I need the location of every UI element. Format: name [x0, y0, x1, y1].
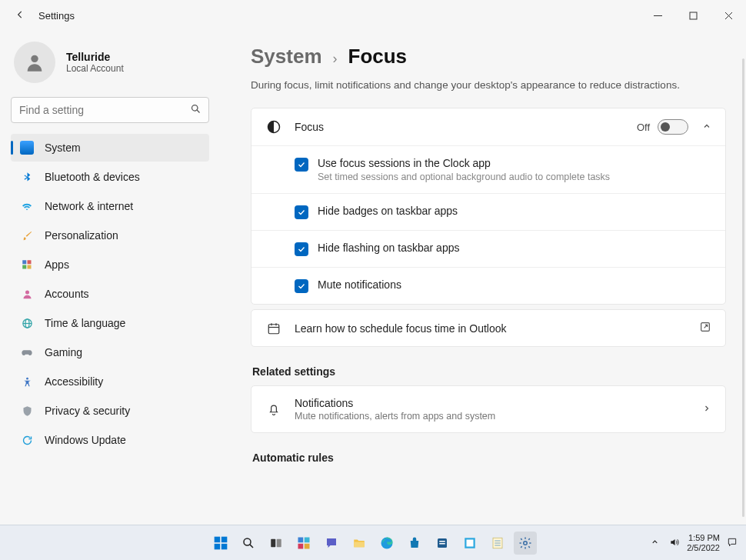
sidebar-item-accessibility[interactable]: Accessibility [11, 368, 209, 395]
update-icon [20, 433, 34, 447]
svg-point-4 [31, 55, 38, 62]
svg-rect-29 [277, 538, 281, 547]
sidebar-item-privacy[interactable]: Privacy & security [11, 397, 209, 425]
close-button[interactable] [711, 0, 746, 31]
taskbar-search[interactable] [237, 532, 260, 555]
apps-icon [20, 258, 34, 272]
sidebar-item-network[interactable]: Network & internet [11, 192, 209, 220]
store-icon[interactable] [403, 532, 426, 555]
svg-rect-30 [298, 537, 304, 542]
svg-rect-22 [215, 536, 221, 542]
outlook-link-card[interactable]: Learn how to schedule focus time in Outl… [251, 309, 726, 347]
search-input[interactable] [11, 97, 209, 123]
app-icon-1[interactable] [431, 532, 454, 555]
checkbox-icon[interactable] [295, 158, 308, 172]
chevron-up-icon[interactable] [702, 122, 711, 133]
svg-rect-34 [354, 542, 365, 547]
shield-icon [20, 404, 34, 418]
focus-option-flashing[interactable]: Hide flashing on taskbar apps [251, 231, 725, 267]
svg-rect-28 [271, 538, 275, 547]
svg-rect-23 [221, 536, 228, 542]
person-icon [20, 287, 34, 301]
sidebar-item-update[interactable]: Windows Update [11, 426, 209, 454]
globe-icon [20, 316, 34, 330]
automatic-rules-title: Automatic rules [252, 452, 726, 464]
svg-rect-40 [467, 539, 474, 546]
checkbox-icon[interactable] [295, 279, 308, 293]
notifications-tray-icon[interactable] [724, 537, 740, 549]
focus-option-clock[interactable]: Use focus sessions in the Clock app Set … [251, 146, 725, 193]
bluetooth-icon [20, 170, 34, 184]
sidebar-item-label: Personalization [45, 229, 118, 242]
sidebar-item-label: Gaming [45, 346, 82, 358]
breadcrumb-parent[interactable]: System [251, 45, 322, 68]
widgets-icon[interactable] [292, 532, 315, 555]
volume-icon[interactable] [667, 537, 682, 549]
sidebar-item-time-language[interactable]: Time & language [11, 309, 209, 337]
notifications-card[interactable]: Notifications Mute notifications, alerts… [251, 385, 726, 433]
chevron-right-icon [702, 403, 711, 415]
clock[interactable]: 1:59 PM 2/5/2022 [687, 533, 720, 552]
tray-chevron-icon[interactable] [647, 538, 662, 548]
app-title: Settings [38, 10, 75, 22]
titlebar: Settings [0, 0, 746, 31]
sidebar-item-apps[interactable]: Apps [11, 251, 209, 278]
minimize-button[interactable] [640, 0, 675, 31]
app-icon-2[interactable] [458, 532, 481, 555]
chat-icon[interactable] [320, 532, 343, 555]
sidebar-item-label: Network & internet [45, 200, 133, 212]
sidebar-item-bluetooth[interactable]: Bluetooth & devices [11, 163, 209, 191]
sidebar-item-label: Accounts [45, 288, 89, 300]
option-label: Mute notifications [318, 278, 401, 291]
focus-toggle[interactable] [658, 119, 688, 135]
focus-title: Focus [295, 121, 624, 133]
related-settings-title: Related settings [252, 365, 726, 378]
explorer-icon[interactable] [348, 532, 371, 555]
sidebar: Telluride Local Account System [0, 31, 223, 525]
system-icon [20, 141, 34, 155]
svg-rect-37 [439, 541, 445, 542]
system-tray: 1:59 PM 2/5/2022 [647, 533, 746, 552]
notepad-icon[interactable] [486, 532, 509, 555]
checkbox-icon[interactable] [295, 242, 308, 256]
sidebar-item-gaming[interactable]: Gaming [11, 338, 209, 366]
edge-icon[interactable] [375, 532, 398, 555]
accessibility-icon [20, 375, 34, 388]
back-button[interactable] [11, 9, 29, 22]
sidebar-item-personalization[interactable]: Personalization [11, 222, 209, 249]
svg-rect-9 [22, 265, 26, 268]
sidebar-item-label: Bluetooth & devices [45, 171, 140, 183]
svg-rect-33 [305, 543, 310, 548]
external-link-icon [699, 321, 711, 335]
svg-rect-24 [215, 543, 221, 549]
focus-header-row[interactable]: Focus Off [251, 108, 725, 145]
sidebar-item-accounts[interactable]: Accounts [11, 280, 209, 308]
svg-line-27 [250, 544, 253, 547]
search-box [11, 97, 209, 123]
bell-icon [265, 402, 282, 416]
focus-option-badges[interactable]: Hide badges on taskbar apps [251, 194, 725, 230]
date-text: 2/5/2022 [687, 543, 720, 553]
maximize-button[interactable] [675, 0, 711, 31]
option-sub: Set timed sessions and optional backgrou… [318, 172, 610, 182]
page-description: During focus, limit notifications and ch… [251, 79, 726, 91]
svg-rect-7 [22, 260, 26, 264]
sidebar-item-system[interactable]: System [11, 134, 209, 162]
profile-block[interactable]: Telluride Local Account [14, 42, 209, 83]
settings-taskbar-icon[interactable] [514, 532, 537, 555]
focus-option-mute[interactable]: Mute notifications [251, 268, 725, 304]
start-button[interactable] [209, 532, 232, 555]
svg-rect-8 [27, 260, 31, 264]
checkbox-icon[interactable] [295, 205, 308, 219]
page-title: Focus [348, 45, 408, 68]
sidebar-item-label: Windows Update [45, 434, 126, 446]
profile-sub: Local Account [66, 63, 124, 74]
svg-rect-1 [690, 12, 697, 19]
task-view-icon[interactable] [265, 532, 288, 555]
chevron-right-icon: › [333, 51, 338, 67]
sidebar-item-label: Accessibility [45, 375, 103, 388]
time-text: 1:59 PM [687, 533, 720, 543]
notifications-title: Notifications [295, 397, 690, 409]
svg-rect-17 [268, 324, 279, 333]
scrollbar[interactable] [742, 58, 744, 517]
